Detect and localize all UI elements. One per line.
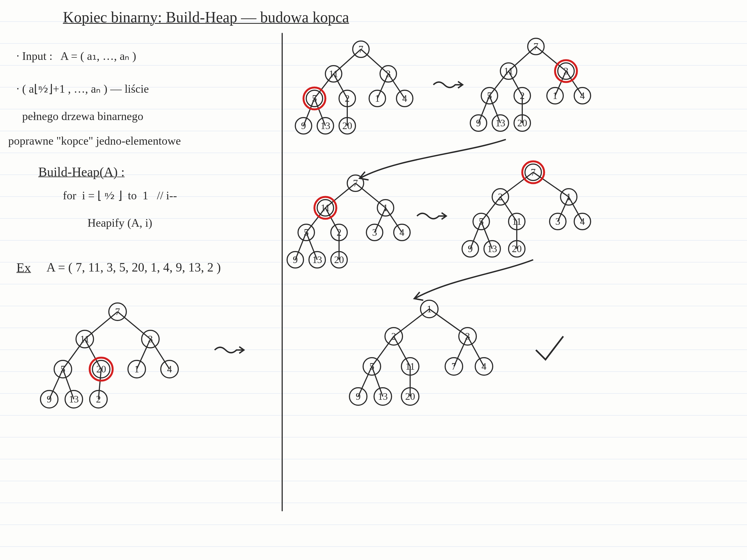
tree-node-label: 2 [345, 93, 350, 104]
tree-node-label: 2 [96, 394, 101, 405]
vertical-divider [282, 33, 283, 511]
tree-node-label: 9 [47, 394, 52, 405]
tree-node-label: 4 [402, 93, 407, 104]
tree-node-label: 3 [148, 334, 153, 345]
lined-paper: Kopiec binarny: Build-Heap — budowa kopc… [0, 0, 747, 560]
tree-node-label: 20 [512, 244, 522, 254]
tree-node-label: 9 [468, 244, 473, 254]
tree-node-label: 4 [482, 361, 486, 372]
svg-line-80 [500, 172, 533, 197]
tree-node-label: 11 [406, 361, 415, 372]
svg-line-100 [394, 309, 429, 336]
svg-line-1 [118, 312, 150, 339]
svg-line-0 [85, 312, 118, 339]
tree-node-label: 11 [512, 216, 522, 227]
tree-node-label: 7 [534, 41, 538, 52]
tree-node-label: 4 [580, 216, 585, 227]
tree-node-label: 4 [400, 227, 404, 238]
svg-line-41 [536, 47, 566, 71]
arrow-squiggle-icon [213, 342, 246, 358]
tree-node-label: 20 [334, 254, 344, 265]
tree-t2: 7 11 3 5 2 1 4 9 13 20 [465, 33, 607, 148]
tree-node-label: 3 [372, 227, 377, 238]
svg-line-81 [533, 172, 569, 197]
svg-line-21 [361, 49, 388, 74]
arrow-squiggle-icon [432, 77, 465, 93]
tree-node-label: 1 [134, 364, 139, 375]
tree-node-label: 11 [80, 334, 90, 345]
tree-node-label: 4 [167, 364, 172, 375]
tree-node-label: 2 [520, 90, 525, 101]
algo-line2: Heapify (A, i) [87, 216, 152, 230]
tree-node-label: 9 [293, 254, 298, 265]
tree-node-label: 20 [96, 364, 106, 375]
note-leaves1: · ( a⌊ⁿ⁄₂⌋+1 , …, aₙ ) — liście [17, 82, 149, 96]
tree-node-label: 5 [60, 364, 66, 375]
tree-node-label: 5 [487, 90, 492, 101]
tree-t4: 7 2 1 5 11 3 4 9 13 20 [459, 159, 607, 274]
svg-line-102 [372, 336, 394, 366]
tree-node-label: 13 [320, 120, 330, 131]
tree-node-label: 2 [498, 192, 503, 202]
tree-node-label: 1 [427, 304, 432, 314]
tree-node-label: 9 [356, 391, 361, 402]
tree-node-label: 7 [452, 361, 456, 372]
tree-node-label: 13 [312, 254, 322, 265]
tree-node-label: 5 [479, 216, 484, 227]
tree-node-label: 13 [69, 394, 79, 405]
tree-node-label: 20 [405, 391, 415, 402]
tree-node-label: 1 [383, 202, 388, 213]
tree-node-label: 7 [353, 178, 358, 189]
tree-node-label: 13 [378, 391, 388, 402]
tree-node-label: 3 [564, 66, 568, 77]
checkmark-icon [533, 334, 566, 366]
tree-node-label: 2 [337, 227, 341, 238]
note-input: · Input : A = ( a₁, …, aₙ ) [17, 49, 136, 63]
tree-node-label: 5 [304, 227, 309, 238]
algo-line1: for i = ⌊ ⁿ⁄₂ ⌋ to 1 // i-- [63, 189, 177, 202]
svg-line-101 [429, 309, 468, 336]
page-title: Kopiec binarny: Build-Heap — budowa kopc… [63, 8, 349, 27]
svg-line-82 [481, 197, 500, 222]
tree-t5: 1 2 3 5 11 7 4 9 13 20 [344, 295, 514, 421]
tree-node-label: 1 [375, 93, 380, 104]
tree-t3: 7 11 1 5 2 3 4 9 13 20 [284, 170, 427, 284]
tree-node-label: 4 [580, 90, 585, 101]
tree-node-label: 9 [476, 118, 481, 128]
tree-node-label: 3 [465, 331, 470, 342]
tree-node-label: 3 [386, 68, 391, 79]
tree-node-label: 1 [552, 90, 558, 101]
tree-node-label: 11 [329, 68, 338, 79]
svg-line-5 [150, 339, 170, 369]
tree-node-label: 3 [555, 216, 560, 227]
svg-line-61 [356, 183, 386, 208]
tree-node-label: 5 [312, 93, 317, 104]
tree-node-label: 7 [531, 167, 536, 178]
note-leaves2: pełnego drzewa binarnego [17, 109, 143, 123]
tree-t1: 7 11 3 5 2 1 4 9 13 20 [290, 35, 432, 150]
example-label: Ex [17, 260, 31, 276]
tree-node-label: 20 [342, 120, 352, 131]
tree-node-label: 13 [495, 118, 505, 128]
algo-title: Build-Heap(A) : [38, 164, 125, 180]
tree-node-label: 7 [115, 306, 120, 317]
tree-node-label: 5 [369, 361, 374, 372]
example-array: A = ( 7, 11, 3, 5, 20, 1, 4, 9, 13, 2 ) [47, 260, 221, 275]
tree-node-label: 11 [321, 202, 330, 213]
tree-node-label: 1 [566, 192, 571, 202]
tree-node-label: 20 [517, 118, 527, 128]
note-leaves3: poprawne "kopce" jedno-elementowe [8, 134, 181, 148]
tree-node-label: 13 [487, 244, 497, 254]
tree-node-label: 2 [391, 331, 396, 342]
tree-node-label: 9 [301, 120, 306, 131]
tree-node-label: 11 [504, 66, 514, 77]
tree-t0: 7 11 3 5 20 1 4 9 13 2 [33, 295, 202, 427]
tree-node-label: 7 [358, 44, 363, 55]
